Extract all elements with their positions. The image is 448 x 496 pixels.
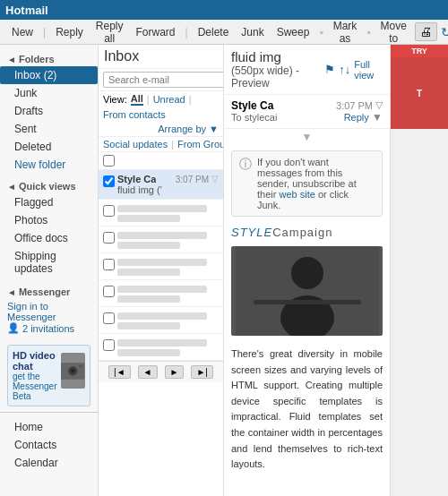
sidebar-item-contacts[interactable]: Contacts (0, 436, 98, 454)
preview-expand-icon[interactable]: ▼ (224, 129, 390, 145)
sign-in-messenger-link[interactable]: Sign in to Messenger (7, 301, 90, 322)
preview-meta: Style Ca To stylecai 3:07 PM ▽ Reply ▼ (224, 95, 390, 129)
list-nav: |◄ ◄ ► ►| (99, 361, 223, 382)
email-item-6[interactable] (99, 307, 223, 334)
flag-icon-1: ▽ (211, 174, 219, 184)
quick-views-chevron: ◄ (7, 182, 16, 192)
filter-groups-tab[interactable]: From Groups (177, 139, 224, 150)
email-item-3[interactable] (99, 227, 223, 253)
hd-camera-image (61, 353, 85, 389)
email-blurred-row-6b (117, 322, 180, 329)
list-last-button[interactable]: ►| (191, 365, 213, 379)
sidebar-item-shipping[interactable]: Shipping updates (0, 247, 98, 278)
email-list: Inbox bing ▼ View: All | Unread | From c… (99, 45, 224, 496)
invitations-link[interactable]: 👤 2 invitations (7, 322, 90, 334)
reply-all-button[interactable]: Reply all (91, 18, 128, 47)
email-checkbox-3[interactable] (103, 232, 115, 244)
print-button[interactable]: 🖨 (415, 22, 437, 41)
svg-point-7 (291, 257, 323, 289)
sidebar-item-office-docs[interactable]: Office docs (0, 229, 98, 247)
sweep-button[interactable]: Sweep (272, 24, 314, 40)
email-blurred-row-3a (117, 232, 207, 239)
sidebar-item-inbox[interactable]: Inbox (2) (0, 66, 98, 84)
email-checkbox-7[interactable] (103, 339, 115, 351)
email-item-1[interactable]: Style Ca 3:07 PM fluid img (' ▽ (99, 170, 223, 200)
bottom-nav: Home Contacts Calendar (0, 412, 98, 472)
messenger-section: ◄ Messenger Sign in to Messenger 👤 2 inv… (0, 278, 98, 339)
move-to-button[interactable]: Move to (376, 18, 411, 47)
sidebar-item-drafts[interactable]: Drafts (0, 102, 98, 120)
search-input[interactable] (103, 72, 224, 88)
email-blurred-row-3b (117, 242, 180, 249)
email-item-5[interactable] (99, 280, 223, 307)
full-view-link[interactable]: Full view (354, 59, 383, 81)
hd-video-subtitle: chat (13, 361, 56, 372)
list-next-button[interactable]: ► (165, 365, 185, 379)
email-blurred-row-7b (117, 349, 180, 356)
email-item-7[interactable] (99, 334, 223, 361)
inbox-title: Inbox (104, 48, 139, 64)
preview-warning: ⓘ If you don't want messages from this s… (231, 150, 383, 217)
forward-button[interactable]: Forward (132, 24, 180, 40)
svg-rect-9 (254, 300, 361, 304)
filter-all-tab[interactable]: All (131, 93, 143, 106)
email-item-4[interactable] (99, 253, 223, 280)
info-icon: ⓘ (239, 157, 252, 173)
junk-button[interactable]: Junk (237, 24, 268, 40)
sidebar-item-junk[interactable]: Junk (0, 84, 98, 102)
sidebar-item-new-folder[interactable]: New folder (0, 156, 98, 174)
filter-contacts-tab[interactable]: From contacts (103, 109, 166, 120)
delete-button[interactable]: Delete (194, 24, 234, 40)
hd-video-box: HD video chat get the Messenger Beta (7, 345, 90, 406)
folders-header: ◄ Folders (0, 50, 98, 66)
email-time-1: 3:07 PM (176, 175, 209, 184)
preview-subject-line2: (550px wide) - Preview (231, 64, 324, 90)
web-site-link[interactable]: web site (279, 189, 314, 200)
email-blurred-row-5b (117, 295, 180, 303)
preview-sender-name: Style Ca (231, 99, 277, 112)
list-first-button[interactable]: |◄ (108, 365, 131, 379)
mark-as-button[interactable]: Mark as (329, 18, 362, 47)
flag-icon[interactable]: ⚑ (324, 63, 335, 76)
filter-social-tab[interactable]: Social updates (103, 139, 168, 150)
preview-subject-line1: fluid img (231, 49, 324, 64)
preview-pane: fluid img (550px wide) - Preview ⚑ ↑↓ Fu… (224, 45, 390, 496)
reply-link[interactable]: Reply (344, 112, 369, 123)
email-checkbox-6[interactable] (103, 312, 115, 324)
list-prev-button[interactable]: ◄ (138, 365, 158, 379)
email-item-2[interactable] (99, 200, 223, 227)
svg-rect-4 (80, 364, 83, 367)
email-checkbox-2[interactable] (103, 205, 115, 217)
email-checkbox-5[interactable] (103, 286, 115, 297)
new-button[interactable]: New (7, 24, 38, 40)
select-all-checkbox[interactable] (103, 155, 115, 167)
person-icon: 👤 (7, 322, 20, 334)
preview-controls: ⚑ ↑↓ Full view (324, 59, 383, 81)
move-icon[interactable]: ↑↓ (339, 63, 350, 76)
search-bar: bing ▼ (99, 69, 223, 91)
sidebar-item-deleted[interactable]: Deleted (0, 138, 98, 156)
preview-image (231, 246, 383, 336)
ad-banner: T (391, 57, 448, 129)
reply-chevron-icon: ▼ (372, 111, 383, 124)
sidebar-item-photos[interactable]: Photos (0, 211, 98, 229)
filter-unread-tab[interactable]: Unread (153, 94, 185, 105)
svg-point-3 (72, 369, 74, 372)
reply-button[interactable]: Reply (51, 24, 88, 40)
refresh-icon[interactable]: ↻ (441, 25, 448, 39)
sidebar: ◄ Folders Inbox (2) Junk Drafts Sent Del… (0, 45, 99, 496)
preview-header: fluid img (550px wide) - Preview ⚑ ↑↓ Fu… (224, 45, 390, 95)
arrange-by-control[interactable]: Arrange by ▼ (158, 124, 219, 134)
print-icon: 🖨 (420, 25, 432, 38)
sidebar-item-sent[interactable]: Sent (0, 120, 98, 138)
sidebar-item-flagged[interactable]: Flagged (0, 193, 98, 211)
email-subject-1: fluid img (' (117, 184, 209, 195)
email-checkbox-1[interactable] (103, 175, 115, 187)
email-blurred-row-2a (117, 205, 207, 212)
app-title: Hotmail (5, 4, 48, 17)
sidebar-item-calendar[interactable]: Calendar (0, 454, 98, 472)
sidebar-item-home[interactable]: Home (0, 418, 98, 436)
email-checkbox-4[interactable] (103, 259, 115, 270)
hd-video-link[interactable]: get the Messenger Beta (13, 372, 56, 401)
email-blurred-row-4a (117, 259, 207, 266)
